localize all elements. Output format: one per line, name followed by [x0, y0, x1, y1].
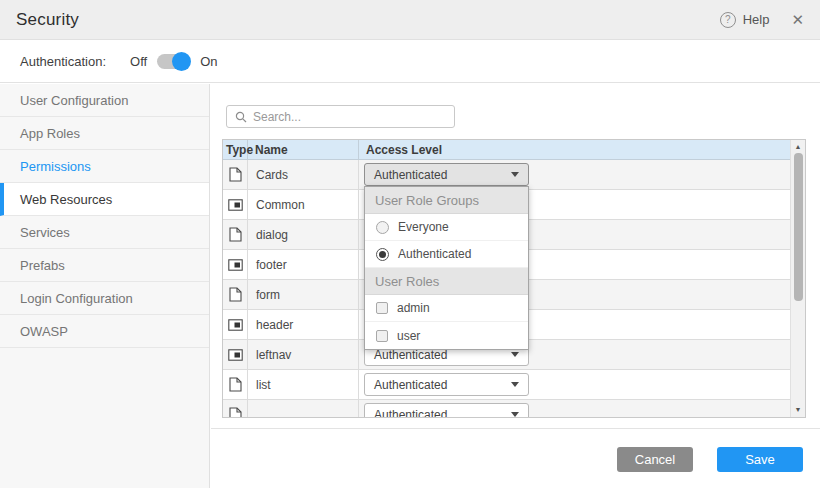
option-label: Everyone	[398, 220, 449, 234]
sidebar: User Configuration App Roles Permissions…	[0, 84, 210, 488]
name-cell: list	[248, 370, 359, 399]
partial-icon	[228, 199, 243, 211]
page-icon	[229, 227, 242, 242]
access-cell: Authenticated	[359, 400, 805, 418]
authentication-toggle[interactable]	[157, 54, 190, 69]
cancel-button[interactable]: Cancel	[617, 447, 693, 472]
name-cell: footer	[248, 250, 359, 279]
footer-divider	[211, 428, 820, 429]
name-cell: form	[248, 280, 359, 309]
main-content: Type Name Access Level Cards	[211, 84, 820, 488]
web-resources-table: Type Name Access Level Cards	[222, 139, 806, 418]
help-icon[interactable]: ?	[720, 12, 736, 28]
search-box[interactable]	[226, 105, 455, 128]
page-icon	[229, 407, 242, 418]
access-level-dropdown[interactable]: Authenticated	[364, 163, 529, 186]
sidebar-item-prefabs[interactable]: Prefabs	[0, 249, 209, 282]
menu-option-everyone[interactable]: Everyone	[365, 214, 528, 241]
chevron-down-icon	[511, 352, 519, 357]
sidebar-item-app-roles[interactable]: App Roles	[0, 117, 209, 150]
partial-icon	[228, 319, 243, 331]
type-cell	[223, 400, 248, 418]
name-cell	[248, 400, 359, 418]
header-actions: ? Help ✕	[720, 11, 804, 29]
column-header-type: Type	[223, 140, 248, 159]
checkbox-unchecked-icon	[376, 302, 388, 314]
name-cell: Common	[248, 190, 359, 219]
name-cell: header	[248, 310, 359, 339]
option-label: admin	[397, 301, 430, 315]
sidebar-item-permissions[interactable]: Permissions	[0, 150, 209, 183]
sidebar-item-user-configuration[interactable]: User Configuration	[0, 84, 209, 117]
type-cell	[223, 160, 248, 189]
access-level-menu: User Role Groups Everyone Authenticated …	[364, 186, 529, 350]
dropdown-value: Authenticated	[374, 408, 447, 419]
scrollbar-thumb[interactable]	[794, 153, 803, 301]
menu-option-admin[interactable]: admin	[365, 295, 528, 322]
type-cell	[223, 310, 248, 339]
access-cell: Authenticated	[359, 160, 805, 189]
help-link[interactable]: Help	[743, 12, 770, 27]
chevron-down-icon	[511, 412, 519, 417]
window-header: Security ? Help ✕	[0, 0, 820, 40]
type-cell	[223, 340, 248, 369]
name-cell: Cards	[248, 160, 359, 189]
type-cell	[223, 220, 248, 249]
menu-option-authenticated[interactable]: Authenticated	[365, 241, 528, 268]
access-level-dropdown[interactable]: Authenticated	[364, 403, 529, 418]
close-icon[interactable]: ✕	[791, 11, 804, 29]
sidebar-item-services[interactable]: Services	[0, 216, 209, 249]
sidebar-item-login-configuration[interactable]: Login Configuration	[0, 282, 209, 315]
name-cell: leftnav	[248, 340, 359, 369]
page-title: Security	[16, 10, 79, 30]
table-scrollbar[interactable]: ▲ ▼	[790, 140, 805, 417]
search-icon	[235, 111, 247, 123]
dropdown-value: Authenticated	[374, 378, 447, 392]
column-header-name: Name	[248, 140, 359, 159]
menu-group-header-user-role-groups: User Role Groups	[365, 187, 528, 214]
chevron-down-icon	[511, 172, 519, 177]
toggle-knob	[172, 52, 191, 71]
page-icon	[229, 377, 242, 392]
option-label: user	[397, 329, 420, 343]
table-header-row: Type Name Access Level	[223, 140, 805, 160]
type-cell	[223, 250, 248, 279]
page-icon	[229, 287, 242, 302]
page-icon	[229, 167, 242, 182]
search-input[interactable]	[253, 110, 446, 124]
access-cell: Authenticated	[359, 370, 805, 399]
dropdown-value: Authenticated	[374, 168, 447, 182]
partial-icon	[228, 349, 243, 361]
type-cell	[223, 190, 248, 219]
sidebar-item-web-resources[interactable]: Web Resources	[0, 183, 209, 216]
save-button[interactable]: Save	[717, 447, 803, 472]
sidebar-item-owasp[interactable]: OWASP	[0, 315, 209, 348]
authentication-bar: Authentication: Off On	[0, 41, 820, 83]
radio-unselected-icon	[376, 221, 389, 234]
scroll-down-icon[interactable]: ▼	[791, 404, 805, 416]
type-cell	[223, 370, 248, 399]
toggle-on-label: On	[200, 54, 217, 69]
table-row: list Authenticated	[223, 370, 805, 400]
chevron-down-icon	[511, 382, 519, 387]
name-cell: dialog	[248, 220, 359, 249]
authentication-label: Authentication:	[20, 54, 106, 69]
option-label: Authenticated	[398, 247, 471, 261]
scroll-up-icon[interactable]: ▲	[791, 141, 805, 153]
toggle-off-label: Off	[130, 54, 147, 69]
column-header-access-level: Access Level	[359, 140, 805, 159]
security-window: Security ? Help ✕ Authentication: Off On…	[0, 0, 820, 488]
radio-selected-icon	[376, 248, 389, 261]
partial-icon	[228, 259, 243, 271]
access-level-dropdown[interactable]: Authenticated	[364, 373, 529, 396]
table-row: Authenticated	[223, 400, 805, 418]
type-cell	[223, 280, 248, 309]
menu-group-header-user-roles: User Roles	[365, 268, 528, 295]
menu-option-user[interactable]: user	[365, 322, 528, 349]
checkbox-unchecked-icon	[376, 330, 388, 342]
